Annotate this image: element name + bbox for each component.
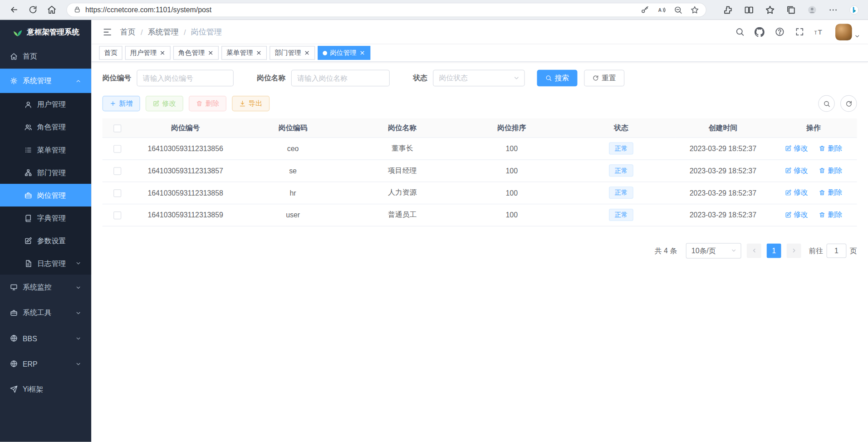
sidebar-item-dept-mgmt[interactable]: 部门管理 (0, 161, 91, 184)
post-name-input[interactable] (291, 70, 390, 87)
row-checkbox[interactable] (113, 167, 121, 175)
add-button[interactable]: 新增 (103, 96, 140, 111)
row-edit-link[interactable]: 修改 (785, 166, 808, 176)
browser-menu-button[interactable] (825, 1, 842, 18)
tab-dept-mgmt[interactable]: 部门管理 (270, 46, 315, 60)
row-delete-link[interactable]: 删除 (819, 143, 842, 153)
favorites-button[interactable] (762, 1, 779, 18)
table-row: 1641030593112313856 ceo 董事长 100 正常 2023-… (103, 138, 857, 160)
post-number-input[interactable] (137, 70, 234, 87)
sidebar-item-role-mgmt[interactable]: 角色管理 (0, 116, 91, 138)
row-edit-link[interactable]: 修改 (785, 210, 808, 220)
document-icon (25, 260, 32, 267)
key-icon[interactable] (641, 5, 650, 15)
github-button[interactable] (751, 24, 768, 40)
row-checkbox[interactable] (113, 189, 121, 197)
sidebar-item-bbs[interactable]: BBS (0, 325, 91, 351)
browser-address-bar[interactable]: https://ccnetcore.com:1101/system/post A (66, 2, 706, 17)
status-select[interactable]: 岗位状态 (433, 70, 525, 87)
fullscreen-button[interactable] (791, 24, 808, 40)
tab-close-icon[interactable] (359, 50, 365, 56)
delete-button-label: 删除 (206, 99, 220, 108)
user-menu[interactable] (835, 24, 860, 40)
sidebar-item-dict-mgmt[interactable]: 字典管理 (0, 206, 91, 229)
cell-post-code: ceo (238, 138, 348, 160)
tab-close-icon[interactable] (256, 50, 262, 56)
add-favorite-icon[interactable] (690, 5, 699, 15)
sidebar-item-param-settings[interactable]: 参数设置 (0, 229, 91, 252)
extensions-button[interactable] (720, 1, 736, 18)
row-checkbox[interactable] (113, 211, 121, 219)
search-button[interactable]: 搜索 (537, 70, 577, 87)
sidebar-item-menu-mgmt[interactable]: 菜单管理 (0, 138, 91, 161)
sidebar-item-erp[interactable]: ERP (0, 351, 91, 376)
cell-post-sort: 100 (457, 138, 566, 160)
sidebar-item-home[interactable]: 首页 (0, 44, 91, 69)
app-logo[interactable]: 意框架管理系统 (0, 20, 91, 44)
bing-button[interactable] (846, 1, 863, 18)
tab-role-mgmt[interactable]: 角色管理 (173, 46, 219, 60)
tab-menu-mgmt[interactable]: 菜单管理 (221, 46, 267, 60)
tab-user-mgmt[interactable]: 用户管理 (125, 46, 171, 60)
select-all-checkbox[interactable] (113, 124, 121, 132)
toggle-search-button[interactable] (818, 95, 835, 112)
collections-button[interactable] (783, 1, 799, 18)
row-delete-link[interactable]: 删除 (819, 210, 842, 220)
col-post-sort: 岗位排序 (457, 118, 566, 137)
cell-post-sort: 100 (457, 204, 566, 226)
tab-post-mgmt[interactable]: 岗位管理 (318, 46, 370, 60)
sidebar-item-label: 首页 (23, 51, 37, 61)
header-search-button[interactable] (731, 24, 748, 40)
read-aloud-icon[interactable]: A (657, 5, 666, 15)
export-button[interactable]: 导出 (232, 96, 270, 111)
edit-button-label: 修改 (162, 99, 176, 108)
browser-home-button[interactable] (43, 1, 60, 18)
tab-home[interactable]: 首页 (99, 46, 122, 60)
delete-button[interactable]: 删除 (189, 96, 226, 111)
page-size-select[interactable]: 10条/页 (686, 243, 741, 258)
edit-icon (785, 167, 792, 174)
sidebar-item-system[interactable]: 系统管理 (0, 69, 91, 93)
row-edit-link[interactable]: 修改 (785, 143, 808, 153)
breadcrumb-system[interactable]: 系统管理 (148, 27, 179, 37)
sidebar-toggle-button[interactable] (99, 24, 116, 40)
tab-close-icon[interactable] (304, 50, 310, 56)
font-size-button[interactable]: TT (811, 24, 828, 40)
book-icon (25, 214, 32, 222)
sidebar-item-label: 系统工具 (23, 308, 51, 318)
sidebar-item-system-monitor[interactable]: 系统监控 (0, 275, 91, 300)
breadcrumb-home[interactable]: 首页 (120, 27, 136, 37)
edit-button[interactable]: 修改 (146, 96, 183, 111)
chevron-left-icon (751, 247, 757, 253)
browser-refresh-button[interactable] (25, 1, 41, 18)
sidebar-item-post-mgmt[interactable]: 岗位管理 (0, 184, 91, 206)
zoom-out-icon[interactable] (674, 5, 683, 15)
profile-button[interactable] (804, 1, 820, 18)
row-delete-link[interactable]: 删除 (819, 166, 842, 176)
row-checkbox[interactable] (113, 145, 121, 152)
row-edit-link[interactable]: 修改 (785, 188, 808, 198)
split-screen-button[interactable] (740, 1, 757, 18)
export-button-label: 导出 (249, 99, 263, 108)
sidebar-item-user-mgmt[interactable]: 用户管理 (0, 93, 91, 116)
user-avatar[interactable] (835, 24, 852, 40)
sidebar-item-label: 字典管理 (37, 213, 66, 223)
next-page-button[interactable] (787, 243, 801, 258)
tab-close-icon[interactable] (159, 50, 165, 56)
reset-button[interactable]: 重置 (584, 70, 624, 87)
row-delete-link[interactable]: 删除 (819, 188, 842, 198)
goto-page-input[interactable] (827, 243, 847, 258)
page-number-1[interactable]: 1 (767, 243, 781, 258)
sidebar-item-yi-framework[interactable]: Yi框架 (0, 377, 91, 402)
sidebar-item-label: 用户管理 (37, 99, 66, 109)
sidebar-item-system-tools[interactable]: 系统工具 (0, 300, 91, 325)
browser-back-button[interactable] (5, 1, 22, 18)
sidebar-item-log-mgmt[interactable]: 日志管理 (0, 252, 91, 275)
chevron-right-icon (791, 247, 797, 253)
help-button[interactable] (771, 24, 788, 40)
refresh-table-button[interactable] (840, 95, 857, 112)
page-content: 岗位编号 岗位名称 状态 岗位状态 (91, 62, 868, 442)
tab-close-icon[interactable] (208, 50, 214, 56)
breadcrumb-separator: / (141, 27, 143, 36)
prev-page-button[interactable] (747, 243, 761, 258)
